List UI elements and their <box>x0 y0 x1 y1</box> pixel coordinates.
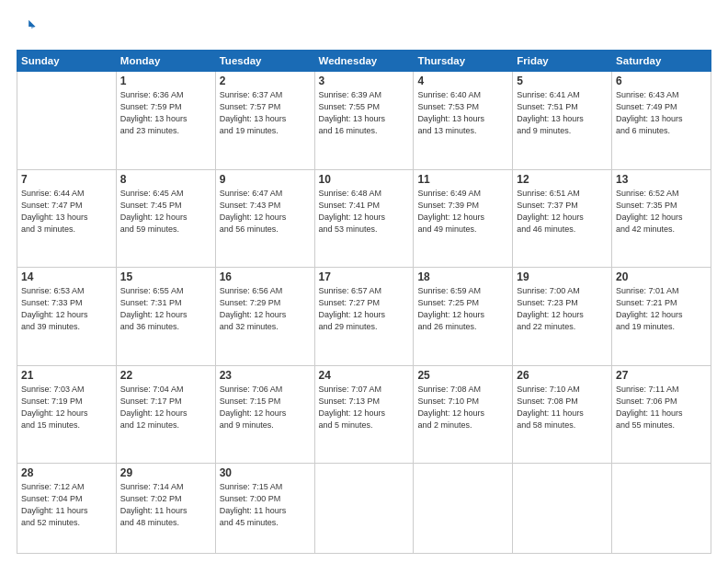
day-info: Sunrise: 7:07 AM Sunset: 7:13 PM Dayligh… <box>319 384 410 431</box>
day-number: 28 <box>21 466 112 479</box>
calendar-cell: 26Sunrise: 7:10 AM Sunset: 7:08 PM Dayli… <box>513 365 612 464</box>
day-number: 24 <box>319 369 410 382</box>
calendar-cell: 15Sunrise: 6:55 AM Sunset: 7:31 PM Dayli… <box>116 268 215 366</box>
day-number: 5 <box>517 75 608 87</box>
calendar-week-row: 28Sunrise: 7:12 AM Sunset: 7:04 PM Dayli… <box>17 464 711 554</box>
day-info: Sunrise: 7:11 AM Sunset: 7:06 PM Dayligh… <box>616 384 707 431</box>
calendar-cell: 5Sunrise: 6:41 AM Sunset: 7:51 PM Daylig… <box>513 72 612 170</box>
calendar-cell: 6Sunrise: 6:43 AM Sunset: 7:49 PM Daylig… <box>612 72 711 170</box>
calendar-cell: 16Sunrise: 6:56 AM Sunset: 7:29 PM Dayli… <box>215 268 314 366</box>
day-number: 9 <box>220 173 311 186</box>
day-number: 16 <box>220 270 311 283</box>
calendar-cell: 2Sunrise: 6:37 AM Sunset: 7:57 PM Daylig… <box>215 72 314 170</box>
calendar-cell: 4Sunrise: 6:40 AM Sunset: 7:53 PM Daylig… <box>414 72 513 170</box>
day-info: Sunrise: 6:45 AM Sunset: 7:45 PM Dayligh… <box>120 188 211 236</box>
weekday-header-row: SundayMondayTuesdayWednesdayThursdayFrid… <box>17 51 711 72</box>
calendar-cell: 24Sunrise: 7:07 AM Sunset: 7:13 PM Dayli… <box>314 365 414 464</box>
day-info: Sunrise: 6:43 AM Sunset: 7:49 PM Dayligh… <box>616 89 707 137</box>
calendar-cell: 11Sunrise: 6:49 AM Sunset: 7:39 PM Dayli… <box>414 169 513 268</box>
calendar-cell: 20Sunrise: 7:01 AM Sunset: 7:21 PM Dayli… <box>612 268 711 366</box>
day-info: Sunrise: 6:53 AM Sunset: 7:33 PM Dayligh… <box>21 285 112 333</box>
calendar-cell: 14Sunrise: 6:53 AM Sunset: 7:33 PM Dayli… <box>17 268 117 366</box>
day-info: Sunrise: 7:14 AM Sunset: 7:02 PM Dayligh… <box>120 481 211 529</box>
day-number: 17 <box>319 270 410 283</box>
day-number: 13 <box>616 173 707 186</box>
day-number: 25 <box>417 369 508 382</box>
calendar-week-row: 1Sunrise: 6:36 AM Sunset: 7:59 PM Daylig… <box>17 72 711 170</box>
day-info: Sunrise: 7:08 AM Sunset: 7:10 PM Dayligh… <box>417 384 508 431</box>
day-info: Sunrise: 7:04 AM Sunset: 7:17 PM Dayligh… <box>120 384 211 431</box>
weekday-header-tuesday: Tuesday <box>215 51 314 72</box>
weekday-header-monday: Monday <box>116 51 215 72</box>
calendar-cell: 8Sunrise: 6:45 AM Sunset: 7:45 PM Daylig… <box>116 169 215 268</box>
day-info: Sunrise: 6:57 AM Sunset: 7:27 PM Dayligh… <box>319 285 410 333</box>
weekday-header-thursday: Thursday <box>414 51 513 72</box>
day-info: Sunrise: 6:37 AM Sunset: 7:57 PM Dayligh… <box>220 89 311 137</box>
calendar-cell: 21Sunrise: 7:03 AM Sunset: 7:19 PM Dayli… <box>17 365 117 464</box>
day-number: 19 <box>517 270 608 283</box>
calendar-cell: 23Sunrise: 7:06 AM Sunset: 7:15 PM Dayli… <box>215 365 314 464</box>
day-number: 8 <box>120 173 211 186</box>
calendar-cell: 18Sunrise: 6:59 AM Sunset: 7:25 PM Dayli… <box>414 268 513 366</box>
calendar-cell: 13Sunrise: 6:52 AM Sunset: 7:35 PM Dayli… <box>612 169 711 268</box>
calendar-cell: 19Sunrise: 7:00 AM Sunset: 7:23 PM Dayli… <box>513 268 612 366</box>
day-number: 30 <box>220 466 311 479</box>
day-number: 12 <box>517 173 608 186</box>
day-info: Sunrise: 6:55 AM Sunset: 7:31 PM Dayligh… <box>120 285 211 333</box>
day-info: Sunrise: 6:51 AM Sunset: 7:37 PM Dayligh… <box>517 188 608 236</box>
day-info: Sunrise: 6:48 AM Sunset: 7:41 PM Dayligh… <box>319 188 410 236</box>
calendar-cell <box>513 464 612 554</box>
calendar-cell <box>17 72 117 170</box>
calendar-week-row: 21Sunrise: 7:03 AM Sunset: 7:19 PM Dayli… <box>17 365 711 464</box>
day-number: 15 <box>120 270 211 283</box>
calendar-cell: 12Sunrise: 6:51 AM Sunset: 7:37 PM Dayli… <box>513 169 612 268</box>
day-number: 2 <box>220 75 311 87</box>
calendar-cell: 7Sunrise: 6:44 AM Sunset: 7:47 PM Daylig… <box>17 169 117 268</box>
day-number: 23 <box>220 369 311 382</box>
day-number: 7 <box>21 173 112 186</box>
weekday-header-wednesday: Wednesday <box>314 51 414 72</box>
day-number: 1 <box>120 75 211 87</box>
calendar-cell: 1Sunrise: 6:36 AM Sunset: 7:59 PM Daylig… <box>116 72 215 170</box>
day-info: Sunrise: 6:47 AM Sunset: 7:43 PM Dayligh… <box>220 188 311 236</box>
calendar-cell: 29Sunrise: 7:14 AM Sunset: 7:02 PM Dayli… <box>116 464 215 554</box>
day-number: 18 <box>417 270 508 283</box>
calendar-week-row: 14Sunrise: 6:53 AM Sunset: 7:33 PM Dayli… <box>17 268 711 366</box>
calendar-cell: 27Sunrise: 7:11 AM Sunset: 7:06 PM Dayli… <box>612 365 711 464</box>
calendar-cell: 9Sunrise: 6:47 AM Sunset: 7:43 PM Daylig… <box>215 169 314 268</box>
day-info: Sunrise: 7:06 AM Sunset: 7:15 PM Dayligh… <box>220 384 311 431</box>
calendar-cell: 28Sunrise: 7:12 AM Sunset: 7:04 PM Dayli… <box>17 464 117 554</box>
calendar-cell: 17Sunrise: 6:57 AM Sunset: 7:27 PM Dayli… <box>314 268 414 366</box>
day-number: 26 <box>517 369 608 382</box>
day-info: Sunrise: 6:44 AM Sunset: 7:47 PM Dayligh… <box>21 188 112 236</box>
day-info: Sunrise: 7:12 AM Sunset: 7:04 PM Dayligh… <box>21 481 112 529</box>
day-info: Sunrise: 6:40 AM Sunset: 7:53 PM Dayligh… <box>417 89 508 137</box>
calendar-week-row: 7Sunrise: 6:44 AM Sunset: 7:47 PM Daylig… <box>17 169 711 268</box>
day-number: 10 <box>319 173 410 186</box>
header <box>17 17 711 40</box>
day-number: 29 <box>120 466 211 479</box>
calendar-cell: 3Sunrise: 6:39 AM Sunset: 7:55 PM Daylig… <box>314 72 414 170</box>
day-info: Sunrise: 6:36 AM Sunset: 7:59 PM Dayligh… <box>120 89 211 137</box>
day-number: 20 <box>616 270 707 283</box>
day-number: 14 <box>21 270 112 283</box>
day-info: Sunrise: 6:39 AM Sunset: 7:55 PM Dayligh… <box>319 89 410 137</box>
day-number: 11 <box>417 173 508 186</box>
weekday-header-saturday: Saturday <box>612 51 711 72</box>
day-number: 3 <box>319 75 410 87</box>
day-info: Sunrise: 7:00 AM Sunset: 7:23 PM Dayligh… <box>517 285 608 333</box>
day-number: 27 <box>616 369 707 382</box>
day-number: 21 <box>21 369 112 382</box>
day-info: Sunrise: 7:15 AM Sunset: 7:00 PM Dayligh… <box>220 481 311 529</box>
calendar-table: SundayMondayTuesdayWednesdayThursdayFrid… <box>17 50 711 554</box>
calendar-cell: 22Sunrise: 7:04 AM Sunset: 7:17 PM Dayli… <box>116 365 215 464</box>
calendar-cell <box>612 464 711 554</box>
day-info: Sunrise: 7:01 AM Sunset: 7:21 PM Dayligh… <box>616 285 707 333</box>
calendar-cell: 10Sunrise: 6:48 AM Sunset: 7:41 PM Dayli… <box>314 169 414 268</box>
day-info: Sunrise: 7:10 AM Sunset: 7:08 PM Dayligh… <box>517 384 608 431</box>
day-info: Sunrise: 6:59 AM Sunset: 7:25 PM Dayligh… <box>417 285 508 333</box>
calendar-cell: 30Sunrise: 7:15 AM Sunset: 7:00 PM Dayli… <box>215 464 314 554</box>
weekday-header-sunday: Sunday <box>17 51 117 72</box>
logo <box>17 17 39 40</box>
day-info: Sunrise: 7:03 AM Sunset: 7:19 PM Dayligh… <box>21 384 112 431</box>
